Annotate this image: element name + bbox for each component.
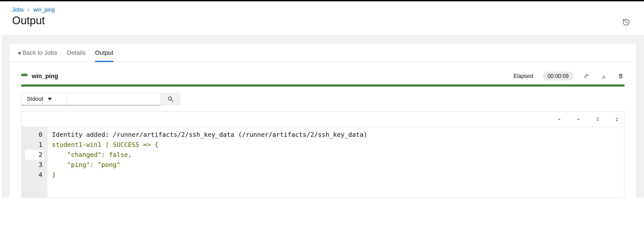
line-gutter: 0 1 2 3 4 <box>22 127 48 197</box>
svg-line-1 <box>172 100 173 101</box>
tab-back-label: Back to Jobs <box>22 49 57 56</box>
code-line: "changed": false, <box>52 151 132 158</box>
progress-bar <box>21 84 624 87</box>
expand-down-icon[interactable] <box>576 116 582 122</box>
code-line: "ping": "pong" <box>52 161 120 168</box>
search-button[interactable] <box>160 93 180 105</box>
status-success-icon <box>21 74 28 78</box>
scroll-top-icon[interactable] <box>594 116 601 122</box>
tab-details[interactable]: Details <box>67 44 86 62</box>
caret-left-icon: ◀ <box>18 50 21 55</box>
line-number: 3 <box>25 160 44 170</box>
download-icon[interactable] <box>600 72 608 80</box>
stream-select[interactable]: Stdout <box>21 93 67 105</box>
code-line: student1-win1 | SUCCESS => { <box>52 141 158 148</box>
history-icon[interactable] <box>622 19 630 28</box>
scroll-bottom-icon[interactable] <box>614 116 620 122</box>
tabs: ◀ Back to Jobs Details Output <box>10 44 636 62</box>
page-title: Output <box>12 14 55 27</box>
line-number: 0 <box>25 130 44 140</box>
delete-icon[interactable] <box>617 72 624 80</box>
line-number: 2 <box>25 150 44 160</box>
code-line: Identity added: /runner/artifacts/2/ssh_… <box>52 131 367 138</box>
code-content: Identity added: /runner/artifacts/2/ssh_… <box>48 127 372 197</box>
code-line: } <box>52 171 56 178</box>
elapsed-label: Elapsed <box>514 73 533 79</box>
breadcrumb-current[interactable]: win_ping <box>33 7 55 13</box>
line-number: 1 <box>25 140 44 150</box>
collapse-up-icon[interactable] <box>556 116 562 122</box>
relaunch-icon[interactable] <box>583 72 590 80</box>
stream-select-label: Stdout <box>27 95 43 102</box>
elapsed-value: 00:00:09 <box>543 72 574 80</box>
search-input[interactable] <box>67 93 160 105</box>
breadcrumb: Jobs › win_ping <box>12 7 55 13</box>
tab-output[interactable]: Output <box>95 44 113 62</box>
output-box: 0 1 2 3 4 Identity added: /runner/artifa… <box>21 111 624 197</box>
breadcrumb-separator: › <box>28 7 29 13</box>
tab-back-to-jobs[interactable]: ◀ Back to Jobs <box>18 44 57 62</box>
line-number: 4 <box>25 170 44 180</box>
job-name: win_ping <box>32 73 58 80</box>
caret-down-icon <box>48 98 52 100</box>
breadcrumb-jobs[interactable]: Jobs <box>12 7 24 13</box>
